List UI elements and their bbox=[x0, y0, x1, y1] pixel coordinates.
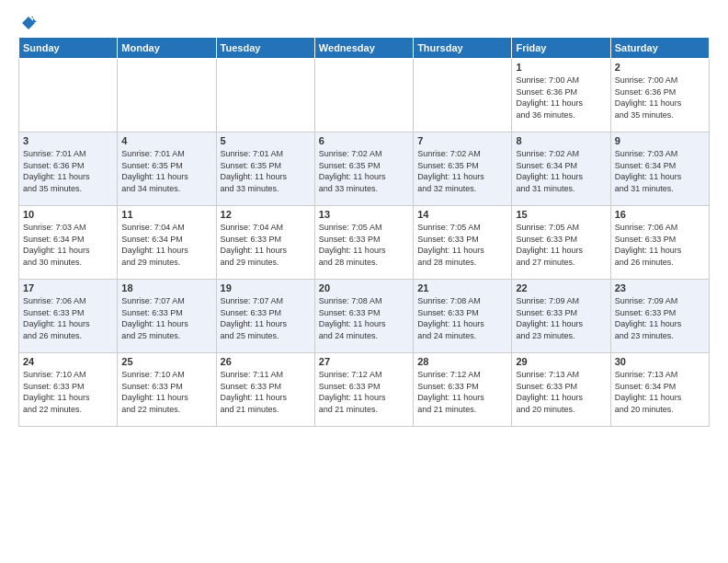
day-number: 25 bbox=[121, 356, 211, 367]
calendar-cell bbox=[118, 59, 216, 132]
day-number: 12 bbox=[221, 209, 311, 220]
day-info: Sunrise: 7:12 AM Sunset: 6:33 PM Dayligh… bbox=[417, 369, 507, 415]
logo bbox=[18, 15, 37, 28]
calendar-cell: 11Sunrise: 7:04 AM Sunset: 6:34 PM Dayli… bbox=[118, 206, 216, 280]
day-number: 23 bbox=[615, 282, 705, 293]
calendar-week-2: 10Sunrise: 7:03 AM Sunset: 6:34 PM Dayli… bbox=[19, 206, 710, 280]
day-info: Sunrise: 7:13 AM Sunset: 6:33 PM Dayligh… bbox=[516, 369, 606, 415]
day-info: Sunrise: 7:05 AM Sunset: 6:33 PM Dayligh… bbox=[417, 222, 507, 268]
calendar-header-row: Sunday Monday Tuesday Wednesday Thursday… bbox=[19, 38, 710, 59]
calendar-week-1: 3Sunrise: 7:01 AM Sunset: 6:36 PM Daylig… bbox=[19, 132, 710, 206]
page: Sunday Monday Tuesday Wednesday Thursday… bbox=[0, 0, 728, 563]
day-number: 5 bbox=[221, 135, 311, 146]
calendar-cell bbox=[414, 59, 512, 132]
day-number: 2 bbox=[615, 62, 705, 73]
day-info: Sunrise: 7:07 AM Sunset: 6:33 PM Dayligh… bbox=[221, 295, 311, 341]
day-info: Sunrise: 7:01 AM Sunset: 6:35 PM Dayligh… bbox=[121, 148, 211, 194]
calendar-cell: 6Sunrise: 7:02 AM Sunset: 6:35 PM Daylig… bbox=[314, 132, 413, 206]
col-friday: Friday bbox=[512, 38, 610, 59]
day-info: Sunrise: 7:02 AM Sunset: 6:35 PM Dayligh… bbox=[319, 148, 409, 194]
day-info: Sunrise: 7:05 AM Sunset: 6:33 PM Dayligh… bbox=[516, 222, 606, 268]
day-number: 3 bbox=[23, 135, 113, 146]
day-number: 17 bbox=[23, 282, 113, 293]
col-saturday: Saturday bbox=[610, 38, 709, 59]
day-info: Sunrise: 7:00 AM Sunset: 6:36 PM Dayligh… bbox=[516, 75, 606, 121]
calendar-table: Sunday Monday Tuesday Wednesday Thursday… bbox=[18, 37, 710, 427]
calendar-cell: 16Sunrise: 7:06 AM Sunset: 6:33 PM Dayli… bbox=[610, 206, 709, 280]
calendar-cell: 27Sunrise: 7:12 AM Sunset: 6:33 PM Dayli… bbox=[314, 353, 413, 427]
calendar-cell: 12Sunrise: 7:04 AM Sunset: 6:33 PM Dayli… bbox=[216, 206, 314, 280]
calendar-cell: 7Sunrise: 7:02 AM Sunset: 6:35 PM Daylig… bbox=[414, 132, 512, 206]
calendar-cell: 9Sunrise: 7:03 AM Sunset: 6:34 PM Daylig… bbox=[610, 132, 709, 206]
day-number: 6 bbox=[319, 135, 409, 146]
day-number: 9 bbox=[615, 135, 705, 146]
col-sunday: Sunday bbox=[19, 38, 118, 59]
day-number: 8 bbox=[516, 135, 606, 146]
logo-icon bbox=[20, 15, 37, 31]
day-info: Sunrise: 7:09 AM Sunset: 6:33 PM Dayligh… bbox=[516, 295, 606, 341]
day-number: 13 bbox=[319, 209, 409, 220]
calendar-cell bbox=[19, 59, 118, 132]
header bbox=[18, 15, 710, 28]
calendar-cell: 26Sunrise: 7:11 AM Sunset: 6:33 PM Dayli… bbox=[216, 353, 314, 427]
calendar-cell: 2Sunrise: 7:00 AM Sunset: 6:36 PM Daylig… bbox=[610, 59, 709, 132]
col-thursday: Thursday bbox=[414, 38, 512, 59]
day-number: 21 bbox=[417, 282, 507, 293]
col-monday: Monday bbox=[118, 38, 216, 59]
day-info: Sunrise: 7:01 AM Sunset: 6:35 PM Dayligh… bbox=[221, 148, 311, 194]
day-info: Sunrise: 7:10 AM Sunset: 6:33 PM Dayligh… bbox=[121, 369, 211, 415]
calendar-week-0: 1Sunrise: 7:00 AM Sunset: 6:36 PM Daylig… bbox=[19, 59, 710, 132]
day-number: 15 bbox=[516, 209, 606, 220]
calendar-cell bbox=[216, 59, 314, 132]
calendar-cell: 15Sunrise: 7:05 AM Sunset: 6:33 PM Dayli… bbox=[512, 206, 610, 280]
calendar-cell: 19Sunrise: 7:07 AM Sunset: 6:33 PM Dayli… bbox=[216, 280, 314, 353]
col-tuesday: Tuesday bbox=[216, 38, 314, 59]
day-info: Sunrise: 7:04 AM Sunset: 6:33 PM Dayligh… bbox=[221, 222, 311, 268]
day-info: Sunrise: 7:01 AM Sunset: 6:36 PM Dayligh… bbox=[23, 148, 113, 194]
calendar-cell: 25Sunrise: 7:10 AM Sunset: 6:33 PM Dayli… bbox=[118, 353, 216, 427]
day-number: 10 bbox=[23, 209, 113, 220]
calendar-cell: 3Sunrise: 7:01 AM Sunset: 6:36 PM Daylig… bbox=[19, 132, 118, 206]
calendar-cell: 5Sunrise: 7:01 AM Sunset: 6:35 PM Daylig… bbox=[216, 132, 314, 206]
day-number: 7 bbox=[417, 135, 507, 146]
day-info: Sunrise: 7:03 AM Sunset: 6:34 PM Dayligh… bbox=[23, 222, 113, 268]
calendar-cell: 13Sunrise: 7:05 AM Sunset: 6:33 PM Dayli… bbox=[314, 206, 413, 280]
calendar-cell: 21Sunrise: 7:08 AM Sunset: 6:33 PM Dayli… bbox=[414, 280, 512, 353]
day-info: Sunrise: 7:10 AM Sunset: 6:33 PM Dayligh… bbox=[23, 369, 113, 415]
day-number: 1 bbox=[516, 62, 606, 73]
calendar-week-4: 24Sunrise: 7:10 AM Sunset: 6:33 PM Dayli… bbox=[19, 353, 710, 427]
day-number: 18 bbox=[121, 282, 211, 293]
calendar-cell: 18Sunrise: 7:07 AM Sunset: 6:33 PM Dayli… bbox=[118, 280, 216, 353]
day-info: Sunrise: 7:06 AM Sunset: 6:33 PM Dayligh… bbox=[615, 222, 705, 268]
day-info: Sunrise: 7:07 AM Sunset: 6:33 PM Dayligh… bbox=[121, 295, 211, 341]
day-number: 14 bbox=[417, 209, 507, 220]
calendar-cell: 23Sunrise: 7:09 AM Sunset: 6:33 PM Dayli… bbox=[610, 280, 709, 353]
day-info: Sunrise: 7:13 AM Sunset: 6:34 PM Dayligh… bbox=[615, 369, 705, 415]
day-info: Sunrise: 7:00 AM Sunset: 6:36 PM Dayligh… bbox=[615, 75, 705, 121]
day-info: Sunrise: 7:05 AM Sunset: 6:33 PM Dayligh… bbox=[319, 222, 409, 268]
day-number: 29 bbox=[516, 356, 606, 367]
day-info: Sunrise: 7:12 AM Sunset: 6:33 PM Dayligh… bbox=[319, 369, 409, 415]
day-number: 20 bbox=[319, 282, 409, 293]
calendar-week-3: 17Sunrise: 7:06 AM Sunset: 6:33 PM Dayli… bbox=[19, 280, 710, 353]
day-info: Sunrise: 7:08 AM Sunset: 6:33 PM Dayligh… bbox=[319, 295, 409, 341]
day-info: Sunrise: 7:08 AM Sunset: 6:33 PM Dayligh… bbox=[417, 295, 507, 341]
day-info: Sunrise: 7:02 AM Sunset: 6:34 PM Dayligh… bbox=[516, 148, 606, 194]
day-number: 24 bbox=[23, 356, 113, 367]
calendar-cell: 29Sunrise: 7:13 AM Sunset: 6:33 PM Dayli… bbox=[512, 353, 610, 427]
calendar-cell: 8Sunrise: 7:02 AM Sunset: 6:34 PM Daylig… bbox=[512, 132, 610, 206]
day-info: Sunrise: 7:04 AM Sunset: 6:34 PM Dayligh… bbox=[121, 222, 211, 268]
calendar-cell: 28Sunrise: 7:12 AM Sunset: 6:33 PM Dayli… bbox=[414, 353, 512, 427]
day-number: 27 bbox=[319, 356, 409, 367]
calendar-cell bbox=[314, 59, 413, 132]
day-number: 28 bbox=[417, 356, 507, 367]
calendar-cell: 4Sunrise: 7:01 AM Sunset: 6:35 PM Daylig… bbox=[118, 132, 216, 206]
calendar-cell: 10Sunrise: 7:03 AM Sunset: 6:34 PM Dayli… bbox=[19, 206, 118, 280]
day-number: 16 bbox=[615, 209, 705, 220]
svg-marker-0 bbox=[22, 17, 35, 29]
day-number: 30 bbox=[615, 356, 705, 367]
day-number: 19 bbox=[221, 282, 311, 293]
calendar-cell: 14Sunrise: 7:05 AM Sunset: 6:33 PM Dayli… bbox=[414, 206, 512, 280]
calendar-cell: 20Sunrise: 7:08 AM Sunset: 6:33 PM Dayli… bbox=[314, 280, 413, 353]
day-info: Sunrise: 7:09 AM Sunset: 6:33 PM Dayligh… bbox=[615, 295, 705, 341]
